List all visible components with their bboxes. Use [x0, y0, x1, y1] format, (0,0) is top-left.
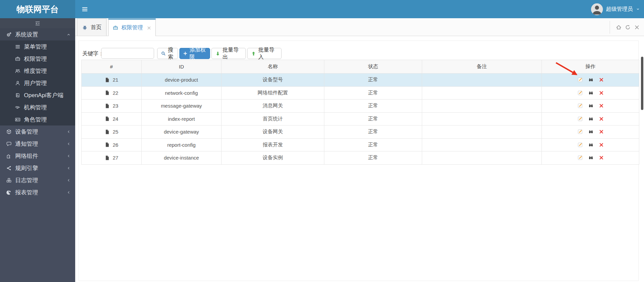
batch-export-label: 批量导出 [223, 47, 242, 61]
cell-remark [422, 113, 542, 125]
table-row[interactable]: 24index-report首页统计正常 [82, 113, 639, 126]
tab-bar: 首页权限管理 [75, 18, 644, 36]
delete-icon[interactable] [599, 142, 604, 147]
tab-actions-divider [610, 21, 610, 34]
name-value: 设备实例 [263, 154, 283, 161]
home-button[interactable] [614, 19, 623, 36]
keyword-input[interactable] [101, 48, 154, 59]
sidebar-item-system-settings[interactable]: 系统设置 [0, 28, 75, 40]
keyword-label: 关键字： [82, 50, 104, 57]
search-button[interactable]: 搜索 [157, 48, 178, 59]
view-icon[interactable] [588, 77, 594, 83]
delete-icon[interactable] [599, 103, 604, 108]
file-icon [105, 103, 110, 109]
table-row[interactable]: 23message-gateway消息网关正常 [82, 100, 639, 113]
sidebar-item-label: 角色管理 [24, 116, 47, 123]
sidebar-item-report-management[interactable]: 报表管理 [0, 186, 75, 198]
edit-icon[interactable] [577, 142, 583, 148]
sidebar-item-rule-engine[interactable]: 规则引擎 [0, 162, 75, 174]
add-permission-button[interactable]: 添加权限 [179, 48, 210, 59]
delete-icon[interactable] [599, 90, 604, 95]
hamburger-icon [82, 6, 88, 12]
download-icon [215, 51, 221, 56]
cell-id: message-gateway [142, 100, 222, 112]
row-actions [577, 116, 604, 122]
close-icon [634, 24, 640, 30]
pie-icon [5, 190, 13, 195]
search-icon [161, 51, 166, 56]
batch-import-button[interactable]: 批量导入 [247, 48, 282, 59]
delete-icon[interactable] [599, 77, 604, 82]
tab-close-icon[interactable] [147, 26, 151, 30]
view-icon[interactable] [588, 103, 594, 109]
cogs-icon [5, 32, 13, 37]
content-panel: 关键字： 搜索 添加权限 批量导出 批量导入 #ID名称状态备注操作21devi… [79, 40, 639, 281]
status-value: 正常 [368, 77, 378, 83]
sidebar-item-role-management[interactable]: 角色管理 [0, 113, 75, 125]
sidebar-item-log-management[interactable]: 日志管理 [0, 174, 75, 186]
sidebar-item-dimension-management[interactable]: 维度管理 [0, 65, 75, 77]
row-number: 22 [113, 90, 118, 96]
id-value: device-instance [164, 155, 199, 161]
edit-icon[interactable] [577, 103, 583, 109]
sidebar-item-label: 网络组件 [15, 152, 38, 160]
user-menu[interactable]: 超级管理员 [589, 0, 642, 18]
name-value: 消息网关 [263, 103, 283, 109]
cell-operations [542, 113, 639, 125]
delete-icon[interactable] [599, 155, 604, 160]
id-value: device-product [165, 77, 198, 83]
sidebar-item-network-component[interactable]: 网络组件 [0, 150, 75, 162]
view-icon[interactable] [588, 142, 594, 148]
close-all-button[interactable] [632, 19, 641, 36]
cell-operations [542, 151, 639, 164]
sidebar-item-openapi-client[interactable]: OpenApi客户端 [0, 89, 75, 101]
sidebar-item-notify-management[interactable]: 通知管理 [0, 138, 75, 150]
sidebar-item-device-management[interactable]: 设备管理 [0, 125, 75, 138]
tab-permission[interactable]: 权限管理 [108, 19, 156, 36]
column-header: 备注 [422, 60, 542, 73]
table-row[interactable]: 26report-config报表开发正常 [82, 139, 639, 152]
row-actions [577, 142, 604, 148]
table-row[interactable]: 27device-instance设备实例正常 [82, 151, 639, 164]
row-actions [577, 90, 604, 96]
edit-icon[interactable] [577, 155, 583, 161]
view-icon[interactable] [588, 129, 594, 135]
sidebar-item-user-management[interactable]: 用户管理 [0, 77, 75, 89]
chevron-left-icon [66, 154, 71, 158]
view-icon[interactable] [588, 155, 594, 161]
cell-remark [422, 100, 542, 112]
sidebar-item-label: 系统设置 [15, 31, 38, 38]
refresh-button[interactable] [623, 19, 632, 36]
vertical-scrollbar-thumb[interactable] [641, 57, 643, 110]
row-number: 26 [113, 142, 118, 148]
name-value: 报表开发 [263, 142, 283, 148]
table-row[interactable]: 22network-config网络组件配置正常 [82, 87, 639, 100]
table-row[interactable]: 21device-product设备型号正常 [82, 74, 639, 87]
avatar [591, 3, 603, 15]
column-header: 操作 [542, 60, 639, 73]
view-icon[interactable] [588, 90, 594, 96]
book-icon [13, 92, 22, 98]
id-value: device-gateway [164, 129, 199, 135]
sidebar-item-permission-management[interactable]: 权限管理 [0, 53, 75, 65]
edit-icon[interactable] [577, 90, 583, 96]
sidebar-item-org-management[interactable]: 机构管理 [0, 101, 75, 113]
delete-icon[interactable] [599, 116, 604, 121]
batch-export-button[interactable]: 批量导出 [211, 48, 246, 59]
sidebar-toggle-button[interactable] [79, 0, 90, 18]
view-icon[interactable] [588, 116, 594, 122]
sidebar-collapse-strip[interactable] [0, 18, 75, 28]
edit-icon[interactable] [577, 116, 583, 122]
edit-icon[interactable] [577, 77, 583, 83]
delete-icon[interactable] [599, 129, 604, 134]
table-row[interactable]: 25device-gateway设备网关正常 [82, 125, 639, 139]
edit-icon[interactable] [577, 129, 583, 135]
tab-home[interactable]: 首页 [77, 19, 107, 36]
sidebar-item-label: OpenApi客户端 [24, 91, 63, 99]
status-value: 正常 [368, 129, 378, 135]
sidebar-item-menu-management[interactable]: 菜单管理 [0, 40, 75, 53]
briefcase-icon [13, 56, 22, 62]
brand-logo[interactable]: 物联网平台 [0, 0, 75, 18]
name-value: 首页统计 [263, 116, 283, 122]
cell-name: 设备型号 [222, 74, 324, 86]
